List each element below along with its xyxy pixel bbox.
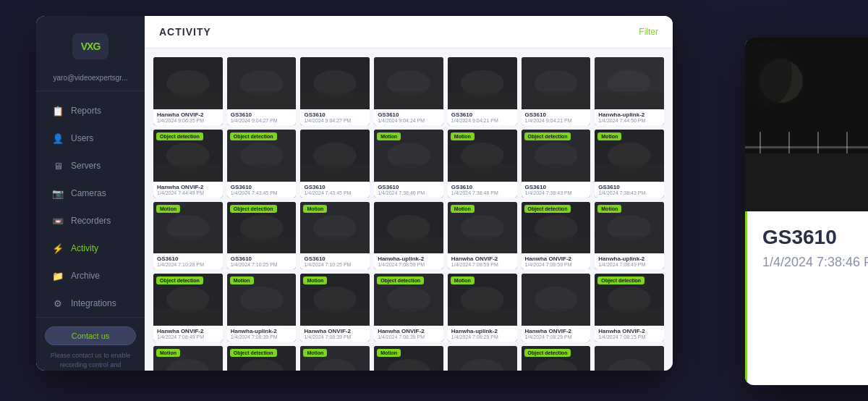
svg-rect-5 [227,92,297,109]
camera-name: GS3610 [231,256,293,262]
svg-point-55 [461,215,504,241]
svg-point-76 [461,287,504,313]
svg-rect-53 [374,236,443,253]
thumbnail-card[interactable]: GS36101/4/2024 7:07:42 PM [595,346,664,371]
integrations-icon: ⚙ [52,297,64,309]
svg-rect-77 [448,308,517,326]
svg-point-103 [608,359,651,371]
sidebar-item-users[interactable]: 👤 Users [41,125,140,151]
camera-name: GS3610 [451,111,514,118]
event-date: 1/4/2024 7:08:15 PM [598,334,660,339]
thumbnail-card[interactable]: MotionGS36101/4/2024 7:38:46 PM [374,130,443,198]
svg-rect-110 [760,132,761,153]
thumbnail-card[interactable]: MotionGS36101/4/2024 7:10:25 PM [300,202,370,270]
svg-rect-17 [522,92,591,109]
thumbnail-card[interactable]: Object detectionHanwha ONVIF-21/4/2024 7… [522,202,591,270]
svg-point-40 [608,143,651,169]
thumbnail-card[interactable]: Object detectionGS36101/4/2024 7:10:25 P… [227,202,297,270]
event-date: 1/4/2024 9:04:21 PM [525,118,587,123]
thumbnail-card[interactable]: GS36101/4/2024 9:04:24 PM [374,57,443,125]
event-date: 1/4/2024 7:08:49 PM [157,334,219,339]
thumbnail-card[interactable]: MotionHanwha-uplink-21/4/2024 7:08:15 PM [153,346,223,371]
thumbnail-card[interactable]: MotionHanwha ONVIF-21/4/2024 7:08:39 PM [300,274,370,342]
svg-rect-32 [374,164,443,182]
svg-rect-41 [595,164,664,182]
event-date: 1/4/2024 7:08:59 PM [378,262,440,267]
thumbnail-card[interactable]: GS36101/4/2024 7:43:45 PM [300,130,370,198]
thumbnail-card[interactable]: MotionGS36101/4/2024 7:38:46 PM [448,130,517,198]
event-tag: Motion [156,205,180,213]
thumbnail-card[interactable]: Object detectionGS36101/4/2024 7:38:43 P… [522,130,591,198]
event-date: 1/4/2024 7:38:43 PM [598,190,660,195]
thumbnail-card[interactable]: MotionHanwha-uplink-21/4/2024 7:08:06 PM [374,346,443,371]
thumbnail-card[interactable]: MotionHanwha-uplink-21/4/2024 7:08:49 PM [595,202,664,270]
svg-rect-109 [745,146,868,148]
contact-button[interactable]: Contact us [45,326,136,345]
sidebar-item-archive[interactable]: 📁 Archive [41,263,140,289]
sidebar-item-cameras[interactable]: 📷 Cameras [41,180,140,206]
thumbnail-card[interactable]: Hanwha ONVIF-21/4/2024 7:08:06 PM [448,346,517,371]
svg-rect-74 [374,308,443,326]
camera-name: Hanwha ONVIF-2 [378,328,440,334]
thumbnail-card[interactable]: Hanwha ONVIF-21/4/2024 7:08:29 PM [522,274,591,342]
thumbnail-card[interactable]: GS36101/4/2024 9:04:21 PM [522,57,591,125]
thumbnail-card[interactable]: Object detectionGS36101/4/2024 7:07:45 P… [522,346,591,371]
svg-rect-65 [153,308,223,326]
event-date: 1/4/2024 7:08:59 PM [525,262,587,267]
svg-rect-8 [300,92,370,109]
event-tag: Object detection [524,349,571,357]
thumbnail-card[interactable]: MotionGS36101/4/2024 7:38:43 PM [595,130,664,198]
svg-point-70 [313,287,357,313]
sidebar-item-recorders[interactable]: 📼 Recorders [41,208,140,234]
expanded-info: GS3610 1/4/2024 7:38:46 PM [745,211,868,284]
svg-rect-112 [817,132,819,153]
svg-point-82 [608,287,651,313]
sidebar-item-integrations[interactable]: ⚙ Integrations [41,290,140,316]
svg-point-10 [387,70,430,96]
camera-name: GS3610 [525,184,587,190]
thumbnail-card[interactable]: Object detectionHanwha ONVIF-21/4/2024 7… [153,274,223,342]
svg-point-19 [608,70,651,96]
camera-name: GS3610 [598,184,660,190]
thumbnail-card[interactable]: Object detectionHanwha ONVIF-21/4/2024 7… [595,274,664,342]
event-date: 1/4/2024 7:44:50 PM [598,118,660,123]
app-logo: VXG [72,33,109,59]
thumbnail-card[interactable]: Hanwha ONVIF-21/4/2024 9:06:35 PM [153,57,223,125]
thumbnail-card[interactable]: GS36101/4/2024 9:04:21 PM [448,57,517,125]
svg-point-16 [535,70,578,96]
thumbnail-card[interactable]: Object detectionGS36101/4/2024 7:43:45 P… [227,130,297,198]
svg-point-52 [387,215,430,241]
event-tag: Motion [303,205,327,213]
camera-name: Hanwha-uplink-2 [231,328,293,334]
svg-rect-96 [448,346,517,371]
event-tag: Motion [377,132,401,140]
thumbnail-card[interactable]: MotionHanwha-uplink-21/4/2024 7:08:39 PM [227,274,297,342]
event-date: 1/4/2024 7:10:28 PM [157,262,219,267]
sidebar-item-reports[interactable]: 📋 Reports [41,98,140,124]
thumbnail-card[interactable]: MotionHanwha ONVIF-21/4/2024 7:08:59 PM [448,202,517,270]
thumbnail-card[interactable]: Hanwha-uplink-21/4/2024 7:44:50 PM [595,57,664,125]
event-date: 1/4/2024 9:04:21 PM [451,118,514,123]
event-tag: Object detection [524,132,571,140]
integrations-label: Integrations [71,298,116,308]
filter-button[interactable]: Filter [639,27,658,37]
thumbnail-card[interactable]: Hanwha-uplink-21/4/2024 7:08:59 PM [374,202,443,270]
thumbnail-card[interactable]: Object detectionHanwha ONVIF-21/4/2024 7… [374,274,443,342]
thumbnail-card[interactable]: GS36101/4/2024 9:04:27 PM [300,57,370,125]
thumbnail-card[interactable]: MotionGS36101/4/2024 7:10:28 PM [153,202,223,270]
camera-name: GS3610 [525,111,587,118]
expanded-camera-name: GS3610 [762,226,868,249]
thumbnail-card[interactable]: Object detectionHanwha ONVIF-21/4/2024 7… [153,130,223,198]
camera-name: Hanwha ONVIF-2 [157,111,219,118]
thumbnail-card[interactable]: Object detectionHanwha ONVIF-21/4/2024 7… [227,346,297,371]
thumbnail-card[interactable]: GS36101/4/2024 9:04:27 PM [227,57,297,125]
event-tag: Motion [303,277,327,284]
svg-rect-6 [300,57,370,109]
svg-point-49 [313,215,357,241]
thumbnail-card[interactable]: MotionHanwha ONVIF-21/4/2024 7:08:06 PM [300,346,370,371]
event-tag: Motion [303,349,327,357]
thumbnail-card[interactable]: MotionHanwha-uplink-21/4/2024 7:08:29 PM [448,274,517,342]
event-tag: Object detection [156,277,203,284]
sidebar-item-servers[interactable]: 🖥 Servers [41,153,140,179]
sidebar-item-activity[interactable]: ⚡ Activity [41,235,140,261]
